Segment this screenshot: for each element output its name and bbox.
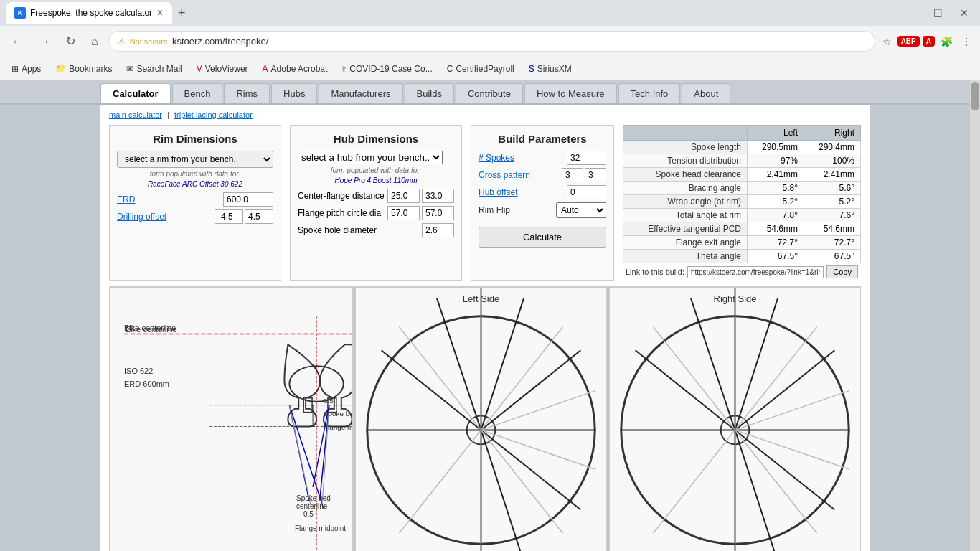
bookmark-search-mail[interactable]: ✉ Search Mail [121, 62, 187, 76]
build-section-title: Build Parameters [479, 133, 606, 145]
center-flange-label: Center-flange distance [298, 191, 387, 201]
table-row: Spoke length 290.5mm 290.4mm [623, 141, 861, 154]
offset-value: 0.5 [324, 397, 334, 405]
minimize-button[interactable]: — [900, 4, 922, 22]
covid-icon: ⚕ [341, 64, 347, 74]
lgspoke1 [399, 327, 481, 430]
hub-select[interactable]: select a hub from your bench.. [298, 151, 443, 164]
link-row: Link to this build: Copy [623, 263, 861, 281]
spoke-bed-text: Spoke bed centerline [324, 410, 352, 418]
rspoke5 [735, 350, 835, 430]
bookmark-covid[interactable]: ⚕ COVID-19 Case Co... [336, 62, 438, 76]
result-right: 2.41mm [804, 168, 861, 182]
bookmark-star-button[interactable]: ☆ [880, 33, 895, 50]
forward-button[interactable]: → [33, 32, 56, 51]
bookmark-search-mail-label: Search Mail [136, 64, 182, 74]
table-row: Flange exit angle 72.7° 72.7° [623, 236, 861, 250]
result-right: 5.2° [804, 195, 861, 209]
rim-select[interactable]: select a rim from your bench.. [117, 151, 273, 168]
bookmark-veloviewer[interactable]: V VeloViewer [191, 62, 254, 76]
center-flange-inputs [387, 189, 454, 203]
table-row: Theta angle 67.5° 67.5° [623, 250, 861, 263]
cross-label[interactable]: Cross pattern [479, 170, 562, 180]
tab-rims[interactable]: Rims [224, 83, 270, 103]
erd-label[interactable]: ERD [117, 194, 223, 204]
copy-button[interactable]: Copy [826, 265, 858, 278]
tab-how-to-measure[interactable]: How to Measure [524, 83, 617, 103]
drilling-left-input[interactable] [215, 209, 243, 224]
cross-section-panel: Bike centerline ISO 622 ERD 600mm 0.5 Sp… [109, 287, 353, 551]
tab-builds[interactable]: Builds [405, 83, 454, 103]
spoke-hole-row: Spoke hole diameter [298, 223, 454, 237]
breadcrumb-triplet[interactable]: triplet lacing calculator [174, 110, 253, 119]
calculate-button[interactable]: Calculate [479, 227, 606, 248]
bookmark-apps[interactable]: ⊞ Apps [6, 62, 47, 76]
lgspoke6 [481, 430, 563, 533]
tab-bench[interactable]: Bench [172, 83, 223, 103]
tab-tech-info[interactable]: Tech Info [618, 83, 681, 103]
extensions-button[interactable]: 🧩 [938, 33, 956, 50]
bookmark-acrobat[interactable]: A Adobe Acrobat [257, 62, 334, 76]
drilling-right-input[interactable] [245, 209, 273, 224]
hub-offset-input[interactable] [567, 185, 606, 199]
tab-calculator[interactable]: Calculator [100, 83, 171, 103]
flange-pitch-label: Flange pitch circle dia [298, 208, 387, 218]
scrollbar[interactable] [970, 80, 980, 551]
cross-left-input[interactable] [562, 168, 583, 182]
main-page: Calculator Bench Rims Hubs Manufacturers… [0, 80, 970, 551]
result-left: 5.2° [748, 195, 804, 209]
cross-right-input[interactable] [585, 168, 606, 182]
rgspoke5 [735, 430, 849, 469]
tab-contribute[interactable]: Contribute [456, 83, 523, 103]
hub-offset-label[interactable]: Hub offset [479, 187, 567, 197]
rgspoke6 [735, 430, 817, 533]
breadcrumb-main-calc[interactable]: main calculator [109, 110, 162, 119]
hub-form-note: form populated with data for: [298, 166, 454, 174]
result-label: Tension distribution [623, 154, 748, 168]
bookmark-payroll[interactable]: C CertifiedPayroll [441, 62, 520, 76]
new-tab-button[interactable]: + [172, 3, 192, 24]
flange-pitch-inputs [387, 206, 454, 220]
link-url-field[interactable] [687, 266, 824, 278]
spokes-label[interactable]: # Spokes [479, 153, 567, 163]
close-button[interactable]: ✕ [954, 4, 974, 22]
rim-flip-row: Rim Flip Auto None Left Right [479, 202, 606, 218]
erd-input[interactable] [223, 192, 273, 207]
reload-button[interactable]: ↻ [60, 32, 81, 51]
lgspoke3 [481, 327, 563, 430]
bookmark-bookmarks[interactable]: 📁 Bookmarks [50, 62, 118, 76]
table-row: Spoke head clearance 2.41mm 2.41mm [623, 168, 861, 182]
rim-form-data: RaceFace ARC Offset 30 622 [117, 180, 273, 188]
left-wheel-svg [356, 288, 606, 551]
flange-pitch-left-input[interactable] [387, 206, 420, 220]
table-row: Wrap angle (at rim) 5.2° 5.2° [623, 195, 861, 209]
tab-close-button[interactable]: ✕ [156, 8, 164, 18]
tab-about[interactable]: About [682, 83, 730, 103]
drilling-label[interactable]: Drilling offset [117, 212, 215, 222]
address-bar[interactable]: ⚠ Not secure kstoerz.com/freespoke/ [108, 31, 875, 52]
acrobat-button[interactable]: A [923, 36, 935, 47]
bookmark-siriusxm[interactable]: S SiriusXM [523, 62, 578, 76]
spoke-hole-input[interactable] [422, 223, 454, 237]
annotation-spoke-bed: Spoke bed centerline [296, 494, 352, 510]
browser-tab[interactable]: K Freespoke: the spoke calculator ✕ [6, 2, 172, 24]
rim-flip-select[interactable]: Auto None Left Right [556, 202, 606, 218]
center-flange-left-input[interactable] [387, 189, 420, 203]
tab-favicon: K [14, 7, 26, 19]
rim-section-title: Rim Dimensions [117, 133, 273, 145]
rspoke7 [735, 430, 835, 509]
scrollbar-thumb[interactable] [971, 82, 979, 110]
maximize-button[interactable]: ☐ [928, 4, 948, 22]
home-button[interactable]: ⌂ [85, 32, 104, 51]
tab-manufacturers[interactable]: Manufacturers [319, 83, 402, 103]
menu-button[interactable]: ⋮ [958, 33, 974, 50]
abp-button[interactable]: ABP [897, 36, 920, 47]
rim-form-note: form populated with data for: [117, 170, 273, 178]
result-right: 7.6° [804, 209, 861, 222]
lgspoke4 [481, 391, 595, 430]
spokes-input[interactable] [567, 151, 606, 165]
center-flange-right-input[interactable] [422, 189, 454, 203]
flange-pitch-right-input[interactable] [422, 206, 454, 220]
tab-hubs[interactable]: Hubs [271, 83, 317, 103]
back-button[interactable]: ← [6, 32, 29, 51]
